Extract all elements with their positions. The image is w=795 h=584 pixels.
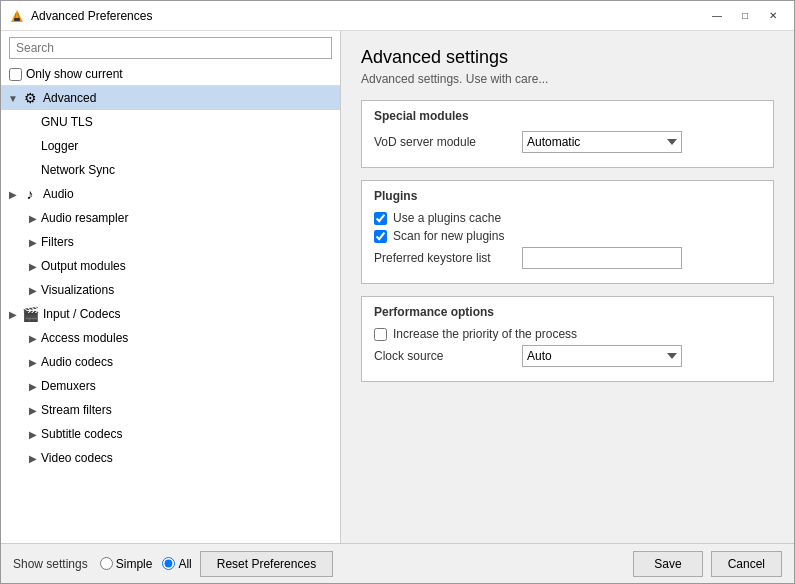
maximize-button[interactable]: □ — [732, 6, 758, 26]
only-show-current-checkbox[interactable] — [9, 68, 22, 81]
increase-priority-checkbox[interactable] — [374, 328, 387, 341]
footer: Show settings Simple All Reset Preferenc… — [1, 543, 794, 583]
tree-item-label: Stream filters — [41, 403, 112, 417]
search-input[interactable] — [9, 37, 332, 59]
expand-arrow: ▶ — [25, 429, 41, 440]
all-radio-item: All — [162, 557, 191, 571]
tree-item-label: Demuxers — [41, 379, 96, 393]
tree-item-label: Subtitle codecs — [41, 427, 122, 441]
sidebar: Only show current ▼⚙AdvancedGNU TLSLogge… — [1, 31, 341, 543]
scan-plugins-checkbox[interactable] — [374, 230, 387, 243]
svg-rect-1 — [14, 18, 20, 21]
save-button[interactable]: Save — [633, 551, 702, 577]
performance-section: Performance options Increase the priorit… — [361, 296, 774, 382]
cancel-button[interactable]: Cancel — [711, 551, 782, 577]
app-icon — [9, 8, 25, 24]
all-radio[interactable] — [162, 557, 175, 570]
tree-item-label: Audio — [43, 187, 74, 201]
tree-item-label: Input / Codecs — [43, 307, 120, 321]
tree-item-visualizations[interactable]: ▶Visualizations — [1, 278, 340, 302]
tree-panel: ▼⚙AdvancedGNU TLSLoggerNetwork Sync▶♪Aud… — [1, 85, 340, 543]
tree-item-audio[interactable]: ▶♪Audio — [1, 182, 340, 206]
expand-arrow: ▶ — [25, 405, 41, 416]
vod-server-label: VoD server module — [374, 135, 514, 149]
simple-radio-item: Simple — [100, 557, 153, 571]
window-title: Advanced Preferences — [31, 9, 704, 23]
special-modules-title: Special modules — [374, 109, 761, 123]
tree-item-label: Logger — [41, 139, 78, 153]
tree-item-access-modules[interactable]: ▶Access modules — [1, 326, 340, 350]
plugins-section: Plugins Use a plugins cache Scan for new… — [361, 180, 774, 284]
tree-item-video-codecs[interactable]: ▶Video codecs — [1, 446, 340, 470]
plugins-cache-row: Use a plugins cache — [374, 211, 761, 225]
tree-item-label: Filters — [41, 235, 74, 249]
vod-server-select[interactable]: Automatic None RTP VoD HTTP VoD — [522, 131, 682, 153]
increase-priority-row: Increase the priority of the process — [374, 327, 761, 341]
clock-source-row: Clock source Auto System Wall Monotonic — [374, 345, 761, 367]
performance-title: Performance options — [374, 305, 761, 319]
plugins-title: Plugins — [374, 189, 761, 203]
keystore-label: Preferred keystore list — [374, 251, 514, 265]
tree-item-label: Video codecs — [41, 451, 113, 465]
expand-arrow: ▶ — [25, 237, 41, 248]
plugins-cache-label: Use a plugins cache — [393, 211, 501, 225]
all-label: All — [178, 557, 191, 571]
tree-item-label: Audio codecs — [41, 355, 113, 369]
tree-item-filters[interactable]: ▶Filters — [1, 230, 340, 254]
only-show-current-row: Only show current — [1, 65, 340, 85]
category-icon: 🎬 — [21, 305, 39, 323]
expand-arrow: ▶ — [25, 261, 41, 272]
tree-item-network-sync[interactable]: Network Sync — [1, 158, 340, 182]
main-title: Advanced settings — [361, 47, 774, 68]
main-window: Advanced Preferences ― □ ✕ Only show cur… — [0, 0, 795, 584]
clock-source-select[interactable]: Auto System Wall Monotonic — [522, 345, 682, 367]
keystore-input[interactable] — [522, 247, 682, 269]
increase-priority-label: Increase the priority of the process — [393, 327, 577, 341]
expand-arrow: ▶ — [25, 453, 41, 464]
close-button[interactable]: ✕ — [760, 6, 786, 26]
expand-arrow: ▶ — [25, 213, 41, 224]
main-panel: Advanced settings Advanced settings. Use… — [341, 31, 794, 543]
show-settings-label: Show settings — [13, 557, 88, 571]
window-controls: ― □ ✕ — [704, 6, 786, 26]
expand-arrow: ▶ — [5, 309, 21, 320]
tree-item-output-modules[interactable]: ▶Output modules — [1, 254, 340, 278]
only-show-current-label: Only show current — [26, 67, 123, 81]
plugins-cache-checkbox[interactable] — [374, 212, 387, 225]
tree-item-label: Network Sync — [41, 163, 115, 177]
expand-arrow: ▶ — [25, 285, 41, 296]
tree-item-label: Advanced — [43, 91, 96, 105]
simple-radio[interactable] — [100, 557, 113, 570]
expand-arrow: ▶ — [25, 381, 41, 392]
title-bar: Advanced Preferences ― □ ✕ — [1, 1, 794, 31]
keystore-row: Preferred keystore list — [374, 247, 761, 269]
expand-arrow: ▶ — [25, 357, 41, 368]
vod-server-row: VoD server module Automatic None RTP VoD… — [374, 131, 761, 153]
tree-item-label: Visualizations — [41, 283, 114, 297]
tree-item-demuxers[interactable]: ▶Demuxers — [1, 374, 340, 398]
category-icon: ♪ — [21, 185, 39, 203]
category-icon: ⚙ — [21, 89, 39, 107]
tree-item-gnu-tls[interactable]: GNU TLS — [1, 110, 340, 134]
expand-arrow: ▶ — [25, 333, 41, 344]
search-box — [9, 37, 332, 59]
show-settings-radio-group: Simple All — [100, 557, 192, 571]
content-area: Only show current ▼⚙AdvancedGNU TLSLogge… — [1, 31, 794, 543]
tree-item-subtitle-codecs[interactable]: ▶Subtitle codecs — [1, 422, 340, 446]
special-modules-section: Special modules VoD server module Automa… — [361, 100, 774, 168]
tree-item-audio-codecs[interactable]: ▶Audio codecs — [1, 350, 340, 374]
tree-item-label: Access modules — [41, 331, 128, 345]
main-subtitle: Advanced settings. Use with care... — [361, 72, 774, 86]
expand-arrow: ▼ — [5, 93, 21, 104]
clock-source-label: Clock source — [374, 349, 514, 363]
tree-item-label: Output modules — [41, 259, 126, 273]
tree-item-input-codecs[interactable]: ▶🎬Input / Codecs — [1, 302, 340, 326]
scan-plugins-row: Scan for new plugins — [374, 229, 761, 243]
tree-item-stream-filters[interactable]: ▶Stream filters — [1, 398, 340, 422]
reset-preferences-button[interactable]: Reset Preferences — [200, 551, 333, 577]
tree-item-logger[interactable]: Logger — [1, 134, 340, 158]
tree-item-advanced[interactable]: ▼⚙Advanced — [1, 86, 340, 110]
minimize-button[interactable]: ― — [704, 6, 730, 26]
tree-item-audio-resampler[interactable]: ▶Audio resampler — [1, 206, 340, 230]
expand-arrow: ▶ — [5, 189, 21, 200]
